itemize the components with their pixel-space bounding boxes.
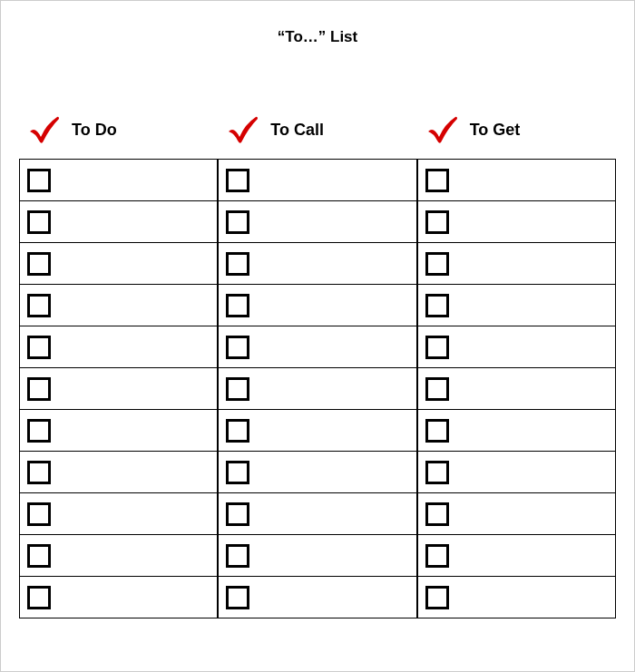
list-row (19, 452, 218, 493)
list-row (19, 285, 218, 326)
list-row (19, 577, 218, 618)
list-row (218, 243, 416, 285)
checkbox[interactable] (27, 377, 51, 401)
column-label: To Call (270, 121, 324, 140)
list-row (417, 201, 616, 243)
checkmark-icon (225, 112, 261, 148)
list-row (19, 201, 218, 243)
checkbox[interactable] (27, 252, 51, 276)
checkbox[interactable] (425, 377, 449, 401)
checkbox[interactable] (425, 210, 449, 234)
list-row (218, 410, 416, 452)
checkbox[interactable] (226, 419, 249, 443)
list-row (218, 452, 416, 493)
rows-toget (417, 159, 616, 618)
columns-container: To Do To Call To Get (19, 110, 616, 618)
checkbox[interactable] (27, 294, 51, 317)
column-tocall: To Call (218, 110, 416, 618)
list-row (417, 577, 616, 618)
list-row (19, 535, 218, 577)
checkmark-icon (26, 112, 63, 148)
list-row (19, 368, 218, 410)
checkbox[interactable] (27, 502, 51, 526)
list-row (19, 326, 218, 368)
column-header-todo: To Do (19, 110, 218, 150)
checkbox[interactable] (425, 586, 449, 609)
list-row (19, 160, 218, 201)
checkbox[interactable] (425, 294, 449, 317)
list-row (417, 285, 616, 326)
list-row (417, 452, 616, 493)
list-row (218, 368, 416, 410)
column-toget: To Get (417, 110, 616, 618)
list-row (417, 493, 616, 535)
checkbox[interactable] (226, 586, 249, 609)
rows-todo (19, 159, 218, 618)
checkbox[interactable] (425, 502, 449, 526)
checkbox[interactable] (425, 336, 449, 359)
list-row (218, 285, 416, 326)
column-header-toget: To Get (417, 110, 616, 150)
list-row (417, 535, 616, 577)
list-row (218, 535, 416, 577)
list-row (218, 493, 416, 535)
list-row (218, 201, 416, 243)
checkbox[interactable] (425, 419, 449, 443)
checkbox[interactable] (226, 336, 249, 359)
checkbox[interactable] (27, 210, 51, 234)
checkbox[interactable] (27, 544, 51, 568)
checkbox[interactable] (226, 252, 249, 276)
list-row (417, 410, 616, 452)
list-row (218, 160, 416, 201)
checkbox[interactable] (27, 169, 51, 192)
column-label: To Get (470, 121, 521, 140)
page-title: “To…” List (19, 28, 616, 46)
list-row (417, 368, 616, 410)
column-label: To Do (72, 121, 117, 140)
checkbox[interactable] (226, 461, 249, 484)
checkbox[interactable] (27, 336, 51, 359)
checkbox[interactable] (226, 294, 249, 317)
checkbox[interactable] (226, 210, 249, 234)
column-header-tocall: To Call (218, 110, 416, 150)
checkbox[interactable] (425, 169, 449, 192)
checkbox[interactable] (226, 502, 249, 526)
list-row (417, 243, 616, 285)
column-todo: To Do (19, 110, 218, 618)
checkbox[interactable] (27, 586, 51, 609)
list-row (417, 326, 616, 368)
checkbox[interactable] (226, 544, 249, 568)
list-row (19, 410, 218, 452)
checkbox[interactable] (27, 419, 51, 443)
rows-tocall (218, 159, 416, 618)
list-row (218, 326, 416, 368)
list-row (19, 243, 218, 285)
list-row (417, 160, 616, 201)
checkbox[interactable] (226, 377, 249, 401)
checkmark-icon (425, 112, 461, 148)
list-row (218, 577, 416, 618)
checkbox[interactable] (425, 544, 449, 568)
list-row (19, 493, 218, 535)
checkbox[interactable] (425, 252, 449, 276)
checkbox[interactable] (425, 461, 449, 484)
checkbox[interactable] (27, 461, 51, 484)
checkbox[interactable] (226, 169, 249, 192)
